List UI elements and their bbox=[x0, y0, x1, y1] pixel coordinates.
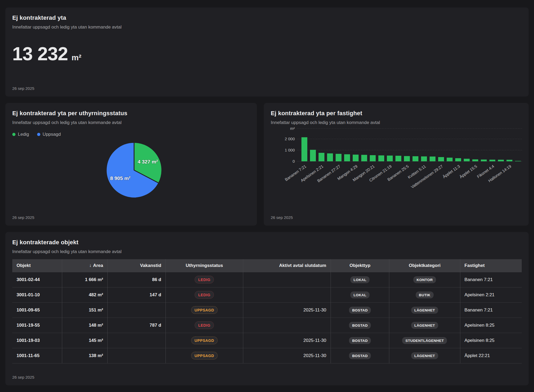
cell-fastighet: Apelsinen 2:21 bbox=[460, 287, 522, 302]
column-header-objekt[interactable]: Objekt bbox=[12, 259, 62, 272]
table-row[interactable]: 3001-02-441 666 m²86 dLEDIGLOKALKONTORBa… bbox=[12, 272, 522, 287]
pie-legend: LedigUppsagd bbox=[12, 132, 250, 137]
card-date: 26 sep 2025 bbox=[12, 86, 522, 91]
cell-vakanstid bbox=[108, 333, 166, 348]
bar[interactable] bbox=[430, 157, 435, 161]
column-header-slutdatum[interactable]: Aktivt avtal slutdatum bbox=[243, 259, 331, 272]
charts-row: Ej kontrakterad yta per uthyrningsstatus… bbox=[5, 103, 529, 226]
bar[interactable] bbox=[506, 160, 512, 161]
bar[interactable] bbox=[344, 154, 350, 161]
cell-slutdatum: 2025-11-30 bbox=[243, 302, 331, 318]
bar[interactable] bbox=[395, 156, 401, 161]
bar[interactable] bbox=[319, 153, 324, 161]
table-row[interactable]: 1001-11-65138 m²UPPSAGD2025-11-30BOSTADL… bbox=[12, 348, 522, 363]
kpi-unit: m² bbox=[72, 53, 81, 62]
column-header-area[interactable]: ↓Area bbox=[62, 259, 108, 272]
cell-objekttyp: BOSTAD bbox=[331, 348, 389, 363]
cell-objekttyp: LOKAL bbox=[331, 272, 389, 287]
type-badge: LÄGENHET bbox=[411, 307, 438, 314]
table-row[interactable]: 1001-09-65151 m²UPPSAGD2025-11-30BOSTADL… bbox=[12, 302, 522, 318]
status-badge: LEDIG bbox=[195, 276, 214, 283]
bar[interactable] bbox=[310, 150, 316, 161]
bar[interactable] bbox=[404, 156, 410, 161]
bar[interactable] bbox=[481, 159, 487, 161]
cell-fastighet: Bananen 7:21 bbox=[460, 302, 522, 318]
bar[interactable] bbox=[438, 157, 444, 161]
bar[interactable] bbox=[301, 137, 307, 161]
card-title: Ej kontrakterad yta per fastighet bbox=[271, 110, 523, 117]
card-date: 26 sep 2025 bbox=[12, 375, 522, 379]
pie-chart[interactable]: 4 327 m²8 905 m² bbox=[12, 139, 250, 204]
bar[interactable] bbox=[421, 157, 427, 161]
column-header-objektkategori[interactable]: Objektkategori bbox=[389, 259, 460, 272]
column-header-vakanstid[interactable]: Vakanstid bbox=[108, 259, 166, 272]
table-row[interactable]: 3001-01-10482 m²147 dLEDIGLOKALBUTIKApel… bbox=[12, 287, 522, 302]
bar[interactable] bbox=[327, 153, 333, 161]
column-header-fastighet[interactable]: Fastighet bbox=[460, 259, 522, 272]
cell-fastighet: Apelsinen 8:25 bbox=[460, 333, 522, 348]
cell-vakanstid: 147 d bbox=[108, 287, 166, 302]
bar[interactable] bbox=[489, 160, 495, 161]
card-date: 26 sep 2025 bbox=[271, 215, 523, 220]
cell-objekt: 1001-11-65 bbox=[12, 348, 62, 363]
x-axis-label: Äpplet 15:5 bbox=[459, 164, 478, 179]
cell-objektkategori: LÄGENHET bbox=[389, 302, 460, 318]
cell-fastighet: Apelsinen 8:25 bbox=[460, 318, 522, 333]
card-subtitle: Innefattar uppsagd och ledig yta utan ko… bbox=[271, 120, 523, 125]
bar[interactable] bbox=[472, 159, 478, 161]
cell-objekttyp: BOSTAD bbox=[331, 302, 389, 318]
column-header-objekttyp[interactable]: Objekttyp bbox=[331, 259, 389, 272]
cell-area: 138 m² bbox=[62, 348, 108, 363]
cell-status: UPPSAGD bbox=[166, 348, 243, 363]
table-body: 3001-02-441 666 m²86 dLEDIGLOKALKONTORBa… bbox=[12, 272, 522, 363]
bar[interactable] bbox=[515, 161, 521, 162]
cell-vakanstid bbox=[108, 302, 166, 318]
y-axis-tick: 0 bbox=[293, 159, 295, 163]
bar[interactable] bbox=[498, 160, 504, 161]
x-axis-label: Äpplet 11:3 bbox=[442, 164, 461, 179]
bar[interactable] bbox=[370, 155, 376, 161]
cell-objektkategori: LÄGENHET bbox=[389, 318, 460, 333]
table-row[interactable]: 1001-19-55148 m²787 dLEDIGBOSTADLÄGENHET… bbox=[12, 318, 522, 333]
cell-fastighet: Äpplet 22:21 bbox=[460, 348, 522, 363]
cell-objekttyp: BOSTAD bbox=[331, 333, 389, 348]
bar[interactable] bbox=[336, 154, 341, 161]
card-total-area: Ej kontrakterad yta Innefattar uppsagd o… bbox=[5, 7, 529, 97]
legend-item-ledig[interactable]: Ledig bbox=[12, 132, 29, 137]
kpi-value: 13 232 bbox=[12, 43, 68, 65]
legend-item-uppsagd[interactable]: Uppsagd bbox=[37, 132, 61, 137]
table-row[interactable]: 1001-19-03145 m²UPPSAGD2025-11-30BOSTADS… bbox=[12, 333, 522, 348]
card-bar-fastighet: Ej kontrakterad yta per fastighet Innefa… bbox=[264, 103, 529, 226]
cell-area: 151 m² bbox=[62, 302, 108, 318]
bar[interactable] bbox=[378, 155, 384, 161]
cell-objektkategori: BUTIK bbox=[389, 287, 460, 302]
card-subtitle: Innefattar uppsagd och ledig yta utan ko… bbox=[12, 249, 522, 254]
type-badge: LOKAL bbox=[350, 276, 370, 283]
bar[interactable] bbox=[447, 158, 453, 161]
cell-objekt: 1001-09-65 bbox=[12, 302, 62, 318]
bar[interactable] bbox=[455, 158, 461, 161]
pie-slice-label: 4 327 m² bbox=[138, 159, 158, 165]
cell-objekt: 1001-19-03 bbox=[12, 333, 62, 348]
bar[interactable] bbox=[387, 155, 393, 161]
type-badge: LOKAL bbox=[350, 291, 370, 298]
bar[interactable] bbox=[361, 155, 367, 161]
card-objects-table: Ej kontrakterade objekt Innefattar uppsa… bbox=[5, 232, 529, 385]
objects-table: Objekt↓AreaVakanstidUthyrningsstatusAkti… bbox=[12, 259, 522, 363]
y-axis-tick: 1 000 bbox=[285, 148, 295, 152]
card-title: Ej kontrakterad yta bbox=[12, 14, 522, 21]
cell-slutdatum: 2025-11-30 bbox=[243, 333, 331, 348]
bar-chart[interactable]: m²01 0002 000Bananen 7:21Apelsinen 2:21B… bbox=[271, 126, 523, 203]
bar[interactable] bbox=[353, 155, 359, 161]
cell-slutdatum: 2025-11-30 bbox=[243, 348, 331, 363]
status-badge: LEDIG bbox=[195, 291, 214, 299]
bar[interactable] bbox=[464, 159, 470, 161]
kpi-value-row: 13 232 m² bbox=[12, 43, 522, 65]
column-header-status[interactable]: Uthyrningsstatus bbox=[166, 259, 243, 272]
y-axis-unit: m² bbox=[290, 126, 295, 131]
card-date: 26 sep 2025 bbox=[12, 215, 250, 220]
cell-status: LEDIG bbox=[166, 272, 243, 287]
cell-objektkategori: STUDENTLÄGENHET bbox=[389, 333, 460, 348]
cell-objekttyp: LOKAL bbox=[331, 287, 389, 302]
bar[interactable] bbox=[413, 156, 418, 161]
